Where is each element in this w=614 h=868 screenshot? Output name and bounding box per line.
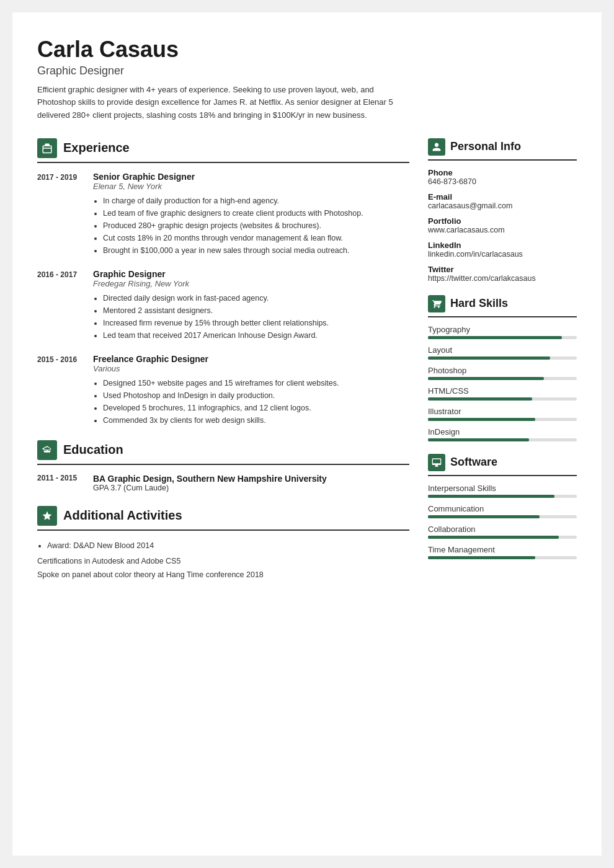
hard-skills-section: Hard Skills TypographyLayoutPhotoshopHTM… bbox=[428, 295, 577, 441]
candidate-name: Carla Casaus bbox=[37, 37, 577, 62]
linkedin-item: LinkedIn linkedin.com/in/carlacasaus bbox=[428, 241, 577, 259]
experience-bullet-item: Led team of five graphic designers to cr… bbox=[103, 207, 409, 219]
experience-bullet-item: Produced 280+ graphic design projects (w… bbox=[103, 219, 409, 232]
skill-bar-background bbox=[428, 336, 577, 339]
education-section: Education 2011 - 2015BA Graphic Design, … bbox=[37, 440, 409, 492]
activity-bullet-item: Award: D&AD New Blood 2014 bbox=[47, 539, 409, 552]
experience-role: Freelance Graphic Designer bbox=[93, 354, 409, 364]
skill-bar-background bbox=[428, 418, 577, 421]
experience-bullet-item: Commended 3x by clients for web design s… bbox=[103, 414, 409, 427]
portfolio-item: Portfolio www.carlacasaus.com bbox=[428, 216, 577, 234]
activities-section: Additional Activities Award: D&AD New Bl… bbox=[37, 506, 409, 582]
software-header: Software bbox=[428, 454, 577, 476]
experience-body: Graphic DesignerFredegar Rising, New Yor… bbox=[93, 269, 409, 342]
soft-skills-list: Interpersonal SkillsCommunicationCollabo… bbox=[428, 484, 577, 559]
skill-bar-fill bbox=[428, 438, 529, 441]
resume-document: Carla Casaus Graphic Designer Efficient … bbox=[12, 12, 602, 856]
activities-bullet-list: Award: D&AD New Blood 2014 bbox=[37, 539, 409, 552]
hard-skill-item: Illustrator bbox=[428, 407, 577, 421]
experience-entry: 2017 - 2019Senior Graphic DesignerElenar… bbox=[37, 172, 409, 257]
activities-icon bbox=[37, 506, 57, 526]
right-column: Personal Info Phone 646-873-6870 E-mail … bbox=[428, 138, 577, 596]
experience-entry: 2015 - 2016Freelance Graphic DesignerVar… bbox=[37, 354, 409, 427]
skill-bar-background bbox=[428, 377, 577, 380]
skill-bar-fill bbox=[428, 515, 540, 518]
skill-name: Communication bbox=[428, 504, 577, 513]
hard-skills-list: TypographyLayoutPhotoshopHTML/CSSIllustr… bbox=[428, 325, 577, 441]
experience-dates: 2015 - 2016 bbox=[37, 354, 81, 427]
experience-company: Fredegar Rising, New York bbox=[93, 279, 409, 288]
hard-skill-item: InDesign bbox=[428, 427, 577, 441]
candidate-summary: Efficient graphic designer with 4+ years… bbox=[37, 84, 397, 122]
skill-bar-background bbox=[428, 556, 577, 559]
skill-name: Photoshop bbox=[428, 366, 577, 375]
skill-bar-background bbox=[428, 438, 577, 441]
soft-skill-item: Communication bbox=[428, 504, 577, 518]
skill-name: Time Management bbox=[428, 545, 577, 554]
experience-bullet-item: Used Photoshop and InDesign in daily pro… bbox=[103, 389, 409, 402]
left-column: Experience 2017 - 2019Senior Graphic Des… bbox=[37, 138, 409, 596]
skill-bar-fill bbox=[428, 536, 559, 539]
personal-info-header: Personal Info bbox=[428, 138, 577, 161]
experience-bullet-item: Developed 5 brochures, 11 infographics, … bbox=[103, 402, 409, 414]
skill-name: HTML/CSS bbox=[428, 386, 577, 396]
experience-bullet-item: Led team that received 2017 American Inh… bbox=[103, 329, 409, 342]
skill-bar-background bbox=[428, 495, 577, 498]
education-body: BA Graphic Design, Southern New Hampshir… bbox=[93, 474, 327, 492]
hard-skill-item: HTML/CSS bbox=[428, 386, 577, 401]
experience-bullet-item: In charge of daily production for a high… bbox=[103, 195, 409, 207]
experience-section: Experience 2017 - 2019Senior Graphic Des… bbox=[37, 138, 409, 427]
skill-bar-background bbox=[428, 515, 577, 518]
experience-company: Various bbox=[93, 364, 409, 373]
portfolio-value: www.carlacasaus.com bbox=[428, 226, 577, 234]
activities-lines: Certifications in Autodesk and Adobe CS5… bbox=[37, 554, 409, 582]
activities-content: Award: D&AD New Blood 2014 Certification… bbox=[37, 539, 409, 582]
experience-company: Elenar 5, New York bbox=[93, 182, 409, 191]
portfolio-label: Portfolio bbox=[428, 216, 577, 226]
email-value: carlacasaus@gmail.com bbox=[428, 202, 577, 210]
education-entries: 2011 - 2015BA Graphic Design, Southern N… bbox=[37, 474, 409, 492]
experience-bullet-item: Directed daily design work in fast-paced… bbox=[103, 292, 409, 304]
soft-skill-item: Interpersonal Skills bbox=[428, 484, 577, 498]
resume-header: Carla Casaus Graphic Designer Efficient … bbox=[37, 37, 577, 122]
experience-bullets: In charge of daily production for a high… bbox=[93, 195, 409, 257]
hard-skills-title: Hard Skills bbox=[450, 297, 508, 310]
experience-entries: 2017 - 2019Senior Graphic DesignerElenar… bbox=[37, 172, 409, 427]
skill-bar-fill bbox=[428, 336, 562, 339]
education-title: Education bbox=[63, 443, 123, 457]
linkedin-label: LinkedIn bbox=[428, 241, 577, 250]
skill-bar-background bbox=[428, 397, 577, 401]
main-content: Experience 2017 - 2019Senior Graphic Des… bbox=[37, 138, 577, 596]
education-gpa: GPA 3.7 (Cum Laude) bbox=[93, 484, 327, 492]
education-dates: 2011 - 2015 bbox=[37, 474, 81, 492]
experience-bullets: Designed 150+ website pages and 15 wiref… bbox=[93, 377, 409, 427]
skill-bar-fill bbox=[428, 397, 532, 401]
hard-skill-item: Typography bbox=[428, 325, 577, 339]
experience-bullet-item: Increased firm revenue by 15% through be… bbox=[103, 317, 409, 329]
skill-bar-fill bbox=[428, 418, 535, 421]
twitter-value: https://twitter.com/carlakcasaus bbox=[428, 274, 577, 283]
experience-bullet-item: Designed 150+ website pages and 15 wiref… bbox=[103, 377, 409, 389]
experience-role: Senior Graphic Designer bbox=[93, 172, 409, 182]
experience-body: Senior Graphic DesignerElenar 5, New Yor… bbox=[93, 172, 409, 257]
soft-skill-item: Collaboration bbox=[428, 525, 577, 539]
experience-section-header: Experience bbox=[37, 138, 409, 163]
soft-skill-item: Time Management bbox=[428, 545, 577, 559]
education-entry: 2011 - 2015BA Graphic Design, Southern N… bbox=[37, 474, 409, 492]
personal-info-icon bbox=[428, 138, 445, 156]
experience-dates: 2017 - 2019 bbox=[37, 172, 81, 257]
hard-skill-item: Photoshop bbox=[428, 366, 577, 380]
experience-role: Graphic Designer bbox=[93, 269, 409, 279]
software-icon bbox=[428, 454, 445, 471]
phone-item: Phone 646-873-6870 bbox=[428, 168, 577, 186]
experience-bullet-item: Mentored 2 assistant designers. bbox=[103, 304, 409, 317]
software-title: Software bbox=[450, 456, 497, 469]
experience-dates: 2016 - 2017 bbox=[37, 269, 81, 342]
skill-bar-background bbox=[428, 536, 577, 539]
skill-name: Illustrator bbox=[428, 407, 577, 416]
skill-name: Typography bbox=[428, 325, 577, 334]
skill-name: Layout bbox=[428, 345, 577, 355]
skill-name: Interpersonal Skills bbox=[428, 484, 577, 493]
activities-section-header: Additional Activities bbox=[37, 506, 409, 531]
phone-value: 646-873-6870 bbox=[428, 177, 577, 186]
